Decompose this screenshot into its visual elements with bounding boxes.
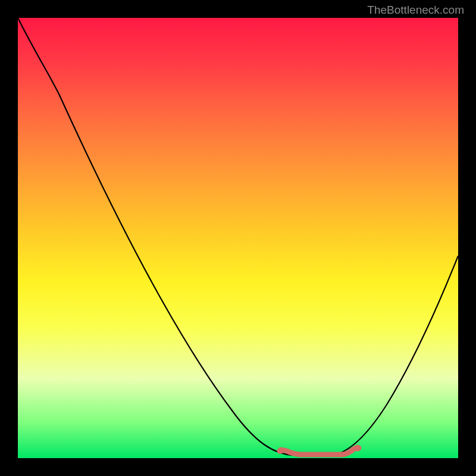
bottleneck-curve-line [18, 18, 458, 455]
highlight-start-dot [278, 447, 284, 454]
highlight-end-dot [355, 445, 361, 452]
optimal-range-highlight [280, 448, 359, 455]
watermark-text: TheBottleneck.com [367, 4, 464, 17]
chart-frame: TheBottleneck.com [0, 0, 476, 476]
curve-svg [18, 18, 458, 458]
plot-area [18, 18, 458, 458]
